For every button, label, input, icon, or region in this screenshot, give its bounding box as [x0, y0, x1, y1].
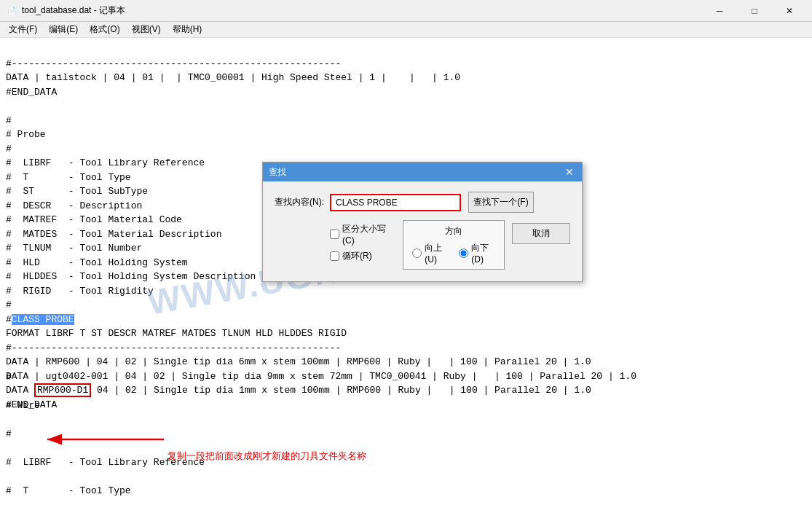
direction-group: 方向 向上(U) 向下(D): [403, 220, 505, 270]
menubar: 文件(F) 编辑(E) 格式(O) 视图(V) 帮助(H): [0, 22, 812, 38]
line-19: #CLASS PROBE: [6, 314, 74, 325]
line-1: #---------------------------------------…: [6, 58, 341, 69]
menu-file[interactable]: 文件(F): [3, 22, 43, 37]
window-title: tool_database.dat - 记事本: [22, 4, 703, 17]
line-29: #: [6, 428, 12, 439]
line-10: # ST - Tool SubType: [6, 186, 148, 197]
menu-format[interactable]: 格式(O): [84, 22, 125, 37]
radio-up-label: 向上(U): [425, 242, 449, 265]
loop-label: 循环(R): [342, 250, 372, 262]
radio-up[interactable]: [412, 248, 422, 258]
cancel-button[interactable]: 取消: [512, 223, 570, 244]
menu-edit[interactable]: 编辑(E): [43, 22, 84, 37]
line-17: # RIGID - Tool Rigidity: [6, 286, 154, 297]
direction-label: 方向: [412, 225, 495, 238]
loop-checkbox[interactable]: [330, 251, 339, 261]
line-5: #: [6, 115, 12, 126]
line-13: # MATDES - Tool Material Description: [6, 229, 221, 240]
dialog-close-button[interactable]: ✕: [563, 165, 576, 179]
dialog-body: 查找内容(N): 查找下一个(F) 区分大小写(C) 循环(R): [263, 181, 582, 281]
line-18: #: [6, 300, 12, 310]
line-6: # Probe: [6, 129, 46, 140]
window-controls: ─ □ ✕: [703, 0, 806, 22]
line-2: DATA | tailstock | 04 | 01 | | TMC0_0000…: [6, 72, 460, 83]
line-30: # LIBRF - Tool Library Reference: [6, 457, 205, 468]
bottom-lines: # # Wire # # LIBRF - Tool Library Refere…: [6, 356, 205, 498]
titlebar: 📄 tool_database.dat - 记事本 ─ □ ✕: [0, 0, 812, 22]
menu-view[interactable]: 视图(V): [126, 22, 167, 37]
find-dialog: 查找 ✕ 查找内容(N): 查找下一个(F) 区分大小写(C): [262, 162, 583, 282]
radio-down-row: 向下(D): [459, 242, 495, 265]
line-15: # HLD - Tool Holding System: [6, 257, 188, 268]
line-27: #: [6, 372, 12, 383]
app-icon: 📄: [6, 5, 17, 17]
line-8: # LIBRF - Tool Library Reference: [6, 157, 205, 168]
search-label: 查找内容(N):: [275, 196, 326, 208]
line-21: #---------------------------------------…: [6, 342, 341, 353]
radio-up-row: 向上(U): [412, 242, 449, 265]
case-option-row: 区分大小写(C): [330, 223, 391, 246]
line-14: # TLNUM - Tool Number: [6, 243, 142, 254]
case-checkbox[interactable]: [330, 230, 339, 239]
close-button[interactable]: ✕: [773, 0, 806, 22]
search-input[interactable]: [330, 194, 461, 211]
radio-down[interactable]: [459, 248, 468, 258]
line-12: # MATREF - Tool Material Code: [6, 214, 182, 225]
line-16: # HLDDES - Tool Holding System Descripti…: [6, 271, 256, 282]
line-11: # DESCR - Description: [6, 200, 142, 211]
find-next-button[interactable]: 查找下一个(F): [468, 192, 534, 213]
dialog-title: 查找: [269, 166, 286, 179]
line-7: #: [6, 144, 12, 154]
menu-help[interactable]: 帮助(H): [167, 22, 208, 37]
line-28: # Wire: [6, 400, 40, 411]
loop-option-row: 循环(R): [330, 250, 391, 262]
line-3: #END_DATA: [6, 87, 57, 98]
line-20: FORMAT LIBRF T ST DESCR MATREF MATDES TL…: [6, 328, 347, 339]
line-31: # T - Tool Type: [6, 485, 131, 496]
case-label: 区分大小写(C): [342, 223, 391, 246]
maximize-button[interactable]: □: [738, 0, 771, 22]
minimize-button[interactable]: ─: [703, 0, 736, 22]
dialog-titlebar: 查找 ✕: [263, 163, 582, 181]
editor-area[interactable]: #---------------------------------------…: [0, 38, 812, 505]
radio-down-label: 向下(D): [471, 242, 495, 265]
line-9: # T - Tool Type: [6, 172, 131, 183]
search-row: 查找内容(N): 查找下一个(F): [275, 192, 570, 213]
